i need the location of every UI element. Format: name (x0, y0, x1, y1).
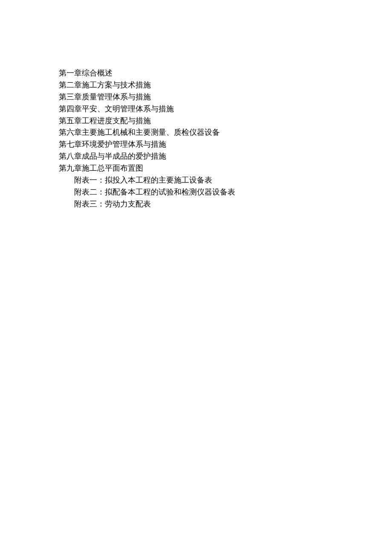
table-of-contents: 第一章综合概述 第二章施工方案与技术措施 第三章质量管理体系与措施 第四章平安、… (59, 67, 392, 210)
toc-chapter: 第五章工程进度支配与措施 (59, 115, 392, 127)
toc-chapter: 第七章环境爱护管理体系与措施 (59, 139, 392, 151)
toc-chapter: 第四章平安、文明管理体系与措施 (59, 103, 392, 115)
toc-appendix: 附表三：劳动力支配表 (59, 198, 392, 210)
toc-chapter: 第一章综合概述 (59, 67, 392, 79)
toc-chapter: 第九章施工总平面布置图 (59, 163, 392, 174)
toc-chapter: 第六章主要施工机械和主要测量、质检仪器设备 (59, 127, 392, 139)
toc-appendix: 附表二：拟配备本工程的试验和检测仪器设备表 (59, 186, 392, 198)
toc-chapter: 第三章质量管理体系与措施 (59, 91, 392, 103)
toc-chapter: 第八章成品与半成品的爱护措施 (59, 151, 392, 163)
toc-appendix: 附表一：拟投入本工程的主要施工设备表 (59, 174, 392, 186)
toc-chapter: 第二章施工方案与技术措施 (59, 79, 392, 91)
